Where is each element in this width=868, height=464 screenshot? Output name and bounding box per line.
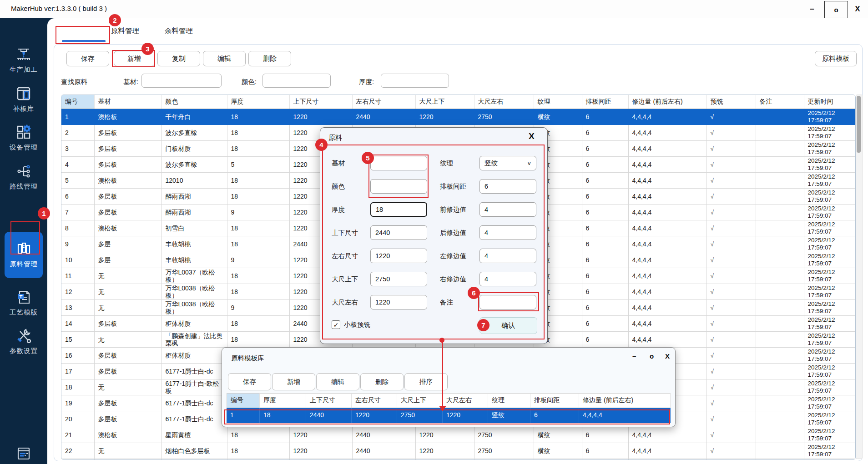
template-window-title: 原料模板库 [231,354,264,363]
annotation-badge-2: 2 [109,14,121,26]
device-gear-icon [15,123,33,141]
template-column-header[interactable]: 上下尺寸 [306,393,352,408]
annotation-badge-4: 4 [315,139,328,151]
copy-button[interactable]: 复制 [157,51,200,66]
sidebar-item-panel-library[interactable]: 补板库 [0,85,47,113]
minimize-button[interactable]: – [804,0,820,18]
search-row: 查找原料 基材: 颜色: 厚度: [54,72,859,92]
edit-button[interactable]: 编辑 [203,51,246,66]
sidebar-item-software-info[interactable]: 软件信息 [0,444,47,464]
template-maximize-button[interactable]: o [650,352,654,360]
sidebar-item-process-template[interactable]: 工艺模版 [0,288,47,317]
sidebar-item-label: 参数设置 [10,347,38,355]
column-header[interactable]: 预铣 [707,95,756,109]
sidebar-item-label: 路线管理 [10,182,38,191]
column-header[interactable]: 上下尺寸 [289,95,352,109]
annotation-badge-1: 1 [38,207,50,220]
tab-remnant-management[interactable]: 余料管理 [165,26,193,36]
column-header[interactable]: 厚度 [227,95,289,109]
table-scrollbar[interactable] [856,95,863,459]
process-template-icon [15,288,33,306]
template-close-button[interactable]: X [665,352,670,360]
annotation-arrow-head [439,406,446,411]
annotation-box-tab [56,26,110,44]
template-column-header[interactable]: 修边量 (前后左右) [579,393,671,408]
search-title: 查找原料 [61,78,87,86]
sidebar-item-parameter-settings[interactable]: 参数设置 [0,327,47,355]
column-header[interactable]: 编号 [61,95,94,109]
column-header[interactable]: 大尺上下 [415,95,474,109]
annotation-box-note-field [478,292,539,311]
annotation-box-template-row [224,409,670,424]
sidebar-item-label: 设备管理 [10,143,38,152]
column-header[interactable]: 修边量 (前后左右) [628,95,707,109]
sidebar-item-label: 工艺模版 [10,308,38,317]
sidebar-item-route-management[interactable]: 路线管理 [0,162,47,191]
sidebar-item-label: 生产加工 [10,65,38,74]
maximize-button[interactable]: o [824,1,848,18]
dialog-close-icon[interactable]: X [529,131,535,141]
template-column-header[interactable]: 编号 [227,393,260,408]
column-header[interactable]: 排板间距 [582,95,628,109]
panel-library-icon [15,85,33,103]
app-title: MakerHub ver:1.3.3.0 ( build 3 ) [11,5,107,12]
title-bar: MakerHub ver:1.3.3.0 ( build 3 ) – o X [0,0,868,18]
template-column-header[interactable]: 纹理 [488,393,530,408]
template-delete-button[interactable]: 删除 [360,373,404,390]
substrate-input[interactable] [141,74,222,88]
tab-material-management[interactable]: 原料管理 [111,26,139,36]
table-row[interactable]: 1澳松板千年舟白181220244012202750横纹64,4,4,4√202… [61,109,855,125]
column-header[interactable]: 大尺左右 [474,95,534,109]
template-add-button[interactable]: 新增 [272,373,315,390]
dialog-title: 原料 [328,134,342,142]
annotation-box-sidebar-item [10,221,40,254]
template-column-header[interactable]: 排板间距 [530,393,579,408]
annotation-badge-3: 3 [141,43,154,55]
column-header[interactable]: 左右尺寸 [352,95,415,109]
app-window: MakerHub ver:1.3.3.0 ( build 3 ) – o X 生… [0,0,868,464]
column-header[interactable]: 基材 [94,95,161,109]
annotation-arrow-shaft [442,340,443,406]
template-column-header[interactable]: 厚度 [260,393,306,408]
template-column-header[interactable]: 大尺左右 [443,393,488,408]
template-column-header[interactable]: 左右尺寸 [352,393,397,408]
route-nodes-icon [15,162,33,180]
template-save-button[interactable]: 保存 [228,373,271,390]
annotation-badge-7: 7 [477,319,490,331]
table-row[interactable]: 21澳松板星雨黄檀181220244012202750横纹64,4,4,4√20… [61,427,855,443]
sidebar-item-label: 补板库 [13,105,35,113]
sidebar-item-label: 原料管理 [10,260,38,269]
annotation-badge-5: 5 [362,152,374,164]
color-label: 颜色: [242,78,257,86]
sidebar-item-production[interactable]: 生产加工 [0,45,47,74]
substrate-label: 基材: [123,78,138,86]
software-info-icon [15,444,33,463]
thickness-label: 厚度: [359,78,374,86]
save-button[interactable]: 保存 [66,51,109,66]
material-template-button[interactable]: 原料模板 [815,51,857,66]
delete-button[interactable]: 删除 [248,51,291,66]
template-sort-button[interactable]: 排序 [404,373,448,390]
table-row[interactable]: 23澳松板星雨黄檀91220244012202750横纹64,4,4,4√202… [61,459,855,460]
table-row[interactable]: 22无烟柏白色多层板181220244012202750横纹64,4,4,4√2… [61,443,855,459]
annotation-box-substrate-color [368,155,429,198]
annotation-badge-6: 6 [468,287,480,299]
template-minimize-button[interactable]: – [632,352,636,360]
thickness-input[interactable] [381,74,449,88]
scrollbar-thumb[interactable] [857,96,861,153]
template-edit-button[interactable]: 编辑 [316,373,359,390]
column-header[interactable]: 备注 [756,95,804,109]
tools-settings-icon [15,327,33,345]
sidebar-item-device-management[interactable]: 设备管理 [0,123,47,152]
cnc-machine-icon [15,45,33,64]
close-button[interactable]: X [850,0,865,18]
color-input[interactable] [262,74,331,88]
template-column-header[interactable]: 大尺上下 [397,393,443,408]
column-header[interactable]: 更新时间 [804,95,855,109]
column-header[interactable]: 纹理 [534,95,582,109]
column-header[interactable]: 颜色 [161,95,227,109]
